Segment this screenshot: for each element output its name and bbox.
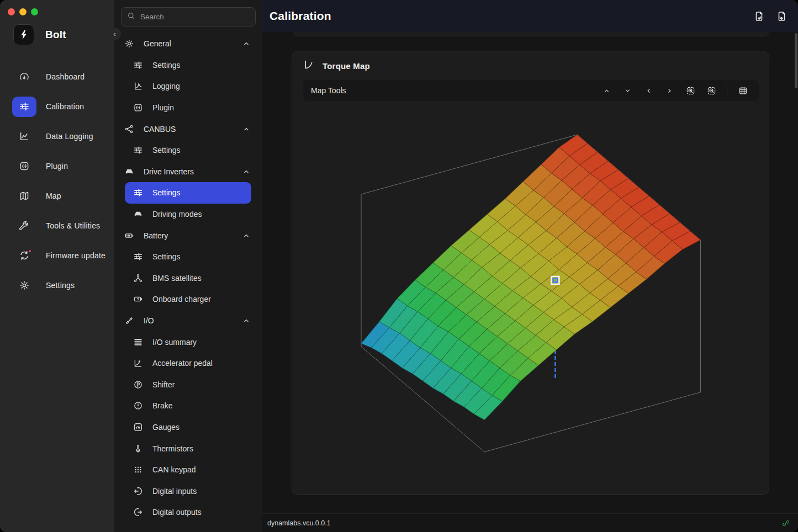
tree-section-battery[interactable]: Battery (114, 225, 262, 246)
surface-svg[interactable] (292, 105, 770, 496)
canbus-icon (124, 124, 134, 134)
tree-item-battery-settings[interactable]: Settings (114, 246, 262, 268)
logging-icon (133, 81, 143, 91)
tree-item-label: Shifter (152, 380, 175, 389)
sidebar-item-firmware-update[interactable]: Firmware update (0, 241, 114, 270)
sidebar-item-label: Map (46, 191, 61, 200)
firmware-version-label: dynamlabs.vcu.0.0.1 (267, 519, 331, 527)
keypad-icon (133, 465, 143, 475)
tree-item-label: Brake (152, 401, 173, 410)
tree-item-i-o-i-o-summary[interactable]: I/O summary (114, 331, 262, 353)
p-circle-icon (133, 380, 143, 390)
charger-icon (133, 294, 143, 304)
sidebar-item-label: Tools & Utilities (46, 221, 100, 230)
tree-item-canbus-settings[interactable]: Settings (114, 140, 262, 161)
sidebar-item-dashboard[interactable]: Dashboard (0, 62, 114, 92)
curve-icon (303, 59, 314, 72)
tree-item-drive-inverters-driving-modes[interactable]: Driving modes (114, 204, 262, 225)
page-header: Calibration (262, 0, 798, 32)
tree-item-battery-bms-satellites[interactable]: BMS satellites (114, 268, 262, 289)
scrollbar-thumb[interactable] (795, 33, 797, 88)
tree-item-label: Gauges (152, 423, 179, 432)
gauge-icon (133, 422, 143, 432)
chevron-up-icon[interactable] (242, 232, 250, 240)
chevron-right-button[interactable] (661, 83, 678, 98)
tree-section-i-o[interactable]: I/O (114, 310, 262, 332)
sidebar-item-label: Settings (46, 281, 75, 290)
tree-item-i-o-gauges[interactable]: Gauges (114, 417, 262, 438)
window-controls (4, 5, 41, 19)
sidebar-item-calibration[interactable]: Calibration (0, 92, 114, 121)
tree-item-label: Logging (152, 82, 180, 91)
search-input[interactable] (140, 13, 250, 21)
primary-nav: DashboardCalibrationData LoggingPluginMa… (0, 62, 114, 300)
sidebar-item-label: Data Logging (46, 132, 93, 141)
arrow-in-icon (133, 486, 143, 496)
chevron-up-icon[interactable] (242, 125, 250, 133)
tree-item-general-plugin[interactable]: Plugin (114, 97, 262, 119)
tree-section-canbus[interactable]: CANBUS (114, 118, 262, 140)
tree-section-general[interactable]: General (114, 33, 262, 55)
sidebar-item-label: Calibration (46, 102, 84, 111)
sidebar-item-tools-utilities[interactable]: Tools & Utilities (0, 211, 114, 241)
sidebar-item-data-logging[interactable]: Data Logging (0, 121, 114, 151)
card-title: Torque Map (323, 61, 370, 71)
tree-item-i-o-accelerator-pedal[interactable]: Accelerator pedal (114, 353, 262, 374)
tree-item-i-o-brake[interactable]: Brake (114, 395, 262, 417)
map-tools-label: Map Tools (311, 86, 346, 95)
file-export-button[interactable] (775, 9, 788, 23)
sidebar-item-label: Firmware update (46, 251, 105, 260)
main-area: Calibration Torque Map Map Tools dynamla… (262, 0, 798, 532)
gear-icon (124, 39, 134, 49)
chevron-up-button[interactable] (598, 83, 615, 98)
tree-item-i-o-can-keypad[interactable]: CAN keypad (114, 459, 262, 481)
brand: Bolt (13, 24, 66, 45)
map-icon (12, 186, 36, 206)
close-window-button[interactable] (8, 8, 15, 15)
dashboard-icon (12, 67, 36, 87)
chevron-up-icon[interactable] (242, 168, 250, 175)
tree-item-battery-onboard-charger[interactable]: Onboard charger (114, 289, 262, 310)
tree-item-general-settings[interactable]: Settings (114, 55, 262, 76)
file-import-button[interactable] (752, 9, 765, 23)
chart-line-icon (12, 126, 36, 147)
sidebar-item-map[interactable]: Map (0, 181, 114, 211)
chevron-left-button[interactable] (640, 83, 657, 98)
chevron-up-icon[interactable] (242, 40, 250, 47)
sliders-icon (133, 145, 143, 155)
tree-item-label: Digital inputs (152, 487, 197, 496)
calibration-tree-sidebar: GeneralSettingsLoggingPluginCANBUSSettin… (114, 0, 262, 532)
tree-item-drive-inverters-settings[interactable]: Settings (125, 182, 251, 204)
zoom-window-button[interactable] (31, 8, 38, 15)
wrench-icon (12, 216, 36, 236)
tree-section-label: Battery (144, 231, 168, 240)
page-content: Torque Map Map Tools (262, 32, 798, 513)
surface-mesh (361, 135, 700, 420)
tree-item-i-o-digital-inputs[interactable]: Digital inputs (114, 480, 262, 502)
toolbar-divider (727, 84, 727, 97)
table-button[interactable] (734, 83, 751, 98)
tree-item-i-o-shifter[interactable]: Shifter (114, 374, 262, 396)
torque-map-surface-plot[interactable] (292, 105, 770, 496)
tree-item-label: Driving modes (152, 210, 202, 219)
torque-map-card: Torque Map Map Tools (292, 51, 769, 495)
sidebar-item-settings[interactable]: Settings (0, 270, 114, 300)
tree-item-label: Thermistors (152, 444, 193, 453)
tree-item-label: BMS satellites (152, 274, 202, 283)
zoom-out-button[interactable] (703, 83, 720, 98)
chevron-down-button[interactable] (619, 83, 636, 98)
tree-section-drive-inverters[interactable]: Drive Inverters (114, 161, 262, 183)
minimize-window-button[interactable] (19, 8, 27, 15)
tree-item-general-logging[interactable]: Logging (114, 76, 262, 97)
tree-item-i-o-thermistors[interactable]: Thermistors (114, 438, 262, 459)
chevron-up-icon[interactable] (242, 317, 250, 324)
zoom-in-button[interactable] (682, 83, 699, 98)
sidebar-item-plugin[interactable]: Plugin (0, 151, 114, 181)
previous-card-edge (293, 32, 769, 37)
collapse-sidebar-button[interactable]: ‹ (108, 28, 121, 40)
tree-item-i-o-digital-outputs[interactable]: Digital outputs (114, 502, 262, 523)
tree-item-label: Accelerator pedal (152, 359, 213, 368)
tree-section-label: Drive Inverters (144, 167, 194, 176)
tree-item-label: Settings (152, 61, 181, 70)
sliders-icon (133, 252, 143, 262)
